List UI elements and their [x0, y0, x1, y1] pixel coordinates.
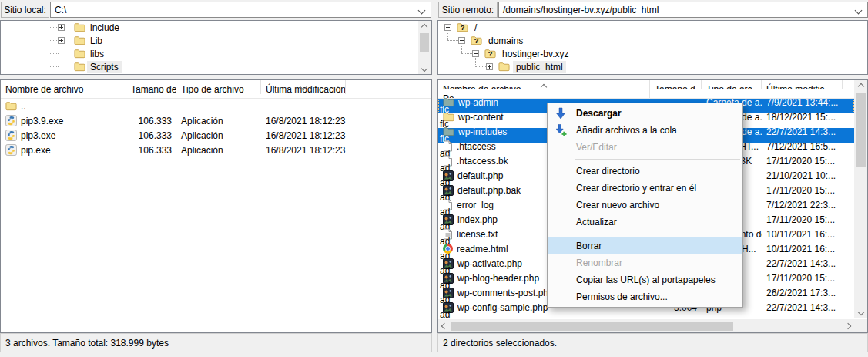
menu-item-5[interactable]: Crear directorio y entrar en él: [548, 180, 742, 197]
file-modified: 17/11/2020 15:...: [762, 214, 843, 225]
local-list-header: Nombre de archivoTamaño de...Tipo de arc…: [1, 80, 431, 99]
tree-item-label[interactable]: /: [471, 22, 480, 34]
scroll-down-button[interactable]: [855, 306, 867, 318]
local-directory-tree: includeLiblibsScripts: [0, 20, 432, 75]
scrollbar-thumb[interactable]: [420, 33, 429, 52]
tree-item-label[interactable]: hostinger-bv.xyz: [499, 48, 571, 60]
menu-item-7[interactable]: Actualizar: [548, 214, 742, 231]
add-to-queue-icon: [555, 124, 567, 136]
folder-icon: [74, 62, 85, 72]
expand-plus-icon[interactable]: [486, 63, 493, 70]
menu-item-11[interactable]: Copiar las URL(s) al portapapeles: [548, 271, 742, 288]
tree-item-hostinger-bv.xyz[interactable]: ?hostinger-bv.xyz: [438, 47, 867, 60]
remote-path-combobox[interactable]: /domains/hostinger-bv.xyz/public_html: [498, 2, 868, 18]
file-size: 106.333: [126, 145, 176, 156]
column-header-1[interactable]: Tamaño d...: [650, 80, 702, 89]
column-header-1[interactable]: Tamaño de...: [126, 80, 176, 94]
tree-item-label[interactable]: libs: [87, 48, 107, 60]
file-modified: 21/10/2021 10:...: [762, 170, 843, 181]
menu-item-label: Permisos de archivo...: [576, 291, 668, 302]
download-icon: [555, 107, 567, 120]
svg-text:?: ?: [474, 37, 479, 45]
file-modified: 10/11/2021 16:...: [762, 229, 843, 240]
column-header-3[interactable]: Última modificación: [261, 80, 346, 94]
tree-item-domains[interactable]: ?domains: [438, 34, 867, 47]
context-menu: DescargarAñadir archivos a la colaVer/Ed…: [547, 103, 743, 308]
tree-item-label[interactable]: public_html: [513, 61, 566, 73]
menu-item-6[interactable]: Crear nuevo archivo: [548, 197, 742, 214]
menu-item-12[interactable]: Permisos de archivo...: [548, 288, 742, 305]
column-header-2[interactable]: Tipo de archivo: [176, 80, 261, 94]
file-type: Aplicación: [176, 145, 261, 156]
menu-item-0[interactable]: Descargar: [548, 105, 742, 122]
column-header-0[interactable]: Nombre de archivo: [1, 80, 126, 94]
file-modified: 16/8/2021 18:12:23: [261, 116, 346, 126]
menu-item-label: Ver/Editar: [576, 142, 617, 153]
collapse-minus-icon[interactable]: [458, 37, 465, 44]
tree-item-label[interactable]: Lib: [87, 35, 106, 47]
file-modified: 18/12/2021 15:...: [762, 112, 843, 123]
remote-list-header: Nombre de archivoTamaño d...Tipo de arc.…: [438, 80, 854, 99]
menu-item-1[interactable]: Añadir archivos a la cola: [548, 122, 742, 139]
expand-plus-icon[interactable]: [58, 37, 65, 44]
menu-separator: [575, 234, 740, 234]
tree-item-Lib[interactable]: Lib: [1, 34, 431, 47]
file-name: pip.exe: [21, 145, 51, 156]
file-row-pip.exe[interactable]: pip.exe106.333Aplicación16/8/2021 18:12:…: [1, 143, 431, 157]
folder-icon: [74, 22, 85, 32]
scrollbar-thumb[interactable]: [856, 93, 866, 167]
column-header-spacer: [1, 94, 126, 98]
folder-icon: [74, 35, 85, 45]
tree-item-libs[interactable]: libs: [1, 47, 431, 60]
scroll-up-button[interactable]: [855, 80, 867, 93]
column-header-0[interactable]: Nombre de archivo: [438, 80, 650, 89]
column-header-2[interactable]: Tipo de arc...: [702, 80, 762, 89]
tree-item-root[interactable]: ?/: [438, 21, 867, 34]
remote-directory-tree: ?/?domains?hostinger-bv.xyzpublic_html: [437, 20, 868, 75]
menu-item-label: Descargar: [576, 108, 622, 119]
scrollbar-thumb[interactable]: [451, 322, 733, 331]
tree-item-label[interactable]: domains: [485, 35, 526, 47]
tree-item-include[interactable]: include: [1, 21, 431, 34]
local-path-combobox[interactable]: C:\: [50, 2, 431, 18]
python-icon: [5, 115, 17, 126]
scroll-up-button[interactable]: [418, 21, 431, 32]
tree-item-Scripts[interactable]: Scripts: [1, 60, 431, 73]
svg-text:?: ?: [488, 50, 493, 58]
file-name: ..: [21, 101, 26, 112]
menu-item-2[interactable]: Ver/Editar: [548, 139, 742, 156]
dropdown-arrow-icon[interactable]: [418, 7, 426, 15]
menu-item-4[interactable]: Crear directorio: [548, 163, 742, 180]
file-type: Aplicación: [176, 116, 261, 126]
column-header-spacer: [650, 89, 702, 99]
file-row-pip3.9.exe[interactable]: pip3.9.exe106.333Aplicación16/8/2021 18:…: [1, 113, 431, 128]
file-modified: 22/7/2021 14:3...: [762, 258, 843, 269]
scroll-right-button[interactable]: [842, 320, 854, 332]
menu-separator: [575, 159, 740, 160]
sort-indicator-icon: [541, 81, 546, 89]
menu-item-label: Borrar: [576, 241, 602, 251]
expand-plus-icon[interactable]: [58, 24, 65, 31]
file-row-..[interactable]: ..: [1, 99, 431, 113]
scroll-down-button[interactable]: [418, 62, 431, 74]
file-modified: 22/7/2021 14:3...: [762, 126, 843, 137]
menu-item-10[interactable]: Renombrar: [548, 254, 742, 271]
local-site-label: Sitio local:: [1, 2, 49, 18]
tree-item-label[interactable]: include: [87, 22, 122, 34]
collapse-minus-icon[interactable]: [444, 24, 451, 31]
tree-item-public_html[interactable]: public_html: [438, 60, 867, 73]
sort-indicator-icon: [301, 81, 306, 92]
collapse-minus-icon[interactable]: [472, 50, 479, 57]
remote-status-bar: 2 directorios seleccionados.: [437, 333, 868, 352]
remote-site-label: Sitio remoto:: [438, 2, 498, 18]
menu-item-9[interactable]: Borrar: [548, 237, 742, 254]
scroll-left-button[interactable]: [438, 320, 451, 332]
dropdown-arrow-icon[interactable]: [855, 7, 863, 15]
question-folder-icon: ?: [457, 22, 468, 32]
file-modified: 7/12/2021 16:5...: [762, 141, 843, 152]
tree-item-label[interactable]: Scripts: [87, 61, 122, 73]
remote-path-value: /domains/hostinger-bv.xyz/public_html: [503, 5, 659, 15]
remote-status-text: 2 directorios seleccionados.: [443, 338, 557, 349]
column-header-3[interactable]: Última modific...: [762, 80, 843, 89]
file-row-pip3.exe[interactable]: pip3.exe106.333Aplicación16/8/2021 18:12…: [1, 128, 431, 143]
